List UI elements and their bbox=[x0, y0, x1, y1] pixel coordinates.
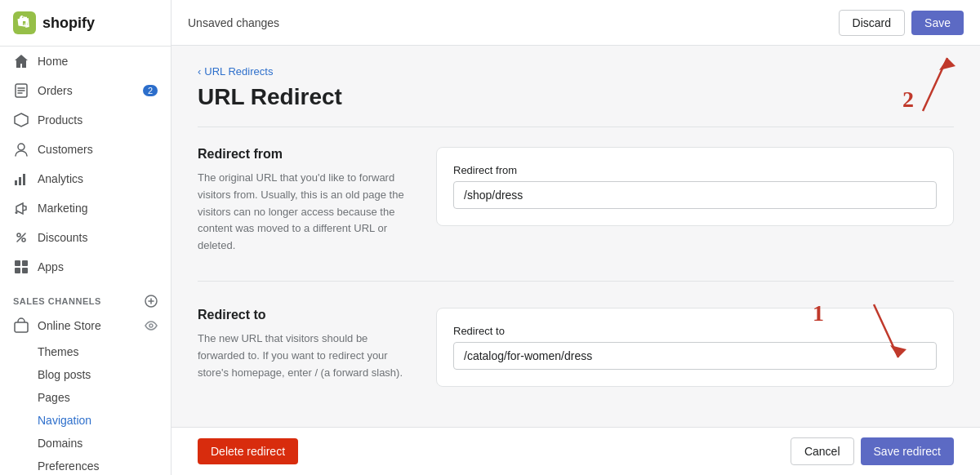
svg-rect-11 bbox=[22, 260, 28, 266]
redirect-to-heading: Redirect to bbox=[198, 308, 410, 322]
nav-label-customers: Customers bbox=[38, 143, 93, 156]
redirect-to-section: Redirect to The new URL that visitors sh… bbox=[198, 308, 954, 413]
svg-rect-3 bbox=[15, 180, 17, 185]
bottom-right-actions: Cancel Save redirect bbox=[791, 437, 954, 465]
svg-rect-0 bbox=[13, 11, 36, 34]
topbar-actions: Discard Save bbox=[839, 10, 964, 36]
svg-rect-13 bbox=[22, 268, 28, 273]
sidebar-subitem-blog-posts[interactable]: Blog posts bbox=[0, 363, 171, 386]
orders-badge: 2 bbox=[143, 85, 158, 96]
sidebar-item-customers[interactable]: Customers bbox=[0, 135, 171, 164]
sidebar-item-home[interactable]: Home bbox=[0, 47, 171, 76]
shopify-logo-icon bbox=[13, 11, 36, 34]
topbar: Unsaved changes Discard Save bbox=[172, 0, 980, 46]
nav-label-products: Products bbox=[38, 113, 82, 127]
analytics-icon bbox=[13, 171, 29, 187]
svg-point-16 bbox=[149, 324, 153, 327]
redirect-to-field-label: Redirect to bbox=[453, 325, 937, 337]
sidebar-item-analytics[interactable]: Analytics bbox=[0, 164, 171, 193]
orders-icon bbox=[13, 82, 29, 99]
redirect-from-section: Redirect from The original URL that you'… bbox=[198, 147, 954, 282]
redirect-to-input[interactable] bbox=[453, 342, 937, 370]
redirect-from-field-label: Redirect from bbox=[453, 164, 937, 176]
svg-point-7 bbox=[16, 211, 18, 214]
home-icon bbox=[13, 53, 29, 69]
redirect-to-description-text: The new URL that visitors should be forw… bbox=[198, 331, 410, 381]
sidebar-item-discounts[interactable]: Discounts bbox=[0, 223, 171, 252]
breadcrumb-chevron: ‹ bbox=[198, 65, 201, 78]
products-icon bbox=[13, 112, 29, 128]
svg-rect-5 bbox=[23, 174, 25, 185]
svg-point-8 bbox=[17, 233, 20, 237]
nav-label-discounts: Discounts bbox=[38, 231, 87, 244]
redirect-from-heading: Redirect from bbox=[198, 147, 410, 162]
unsaved-changes-label: Unsaved changes bbox=[188, 16, 279, 29]
page-title: URL Redirect bbox=[198, 84, 954, 110]
marketing-icon bbox=[13, 200, 29, 216]
sidebar-subitem-navigation[interactable]: Navigation bbox=[0, 409, 171, 432]
svg-point-2 bbox=[18, 144, 24, 150]
discounts-icon bbox=[13, 229, 29, 246]
shopify-wordmark: shopify bbox=[42, 15, 95, 32]
sidebar-logo: shopify bbox=[0, 0, 171, 47]
svg-rect-15 bbox=[15, 322, 28, 332]
cancel-button[interactable]: Cancel bbox=[791, 437, 854, 465]
title-divider bbox=[198, 127, 954, 127]
redirect-from-input[interactable] bbox=[453, 181, 937, 209]
breadcrumb[interactable]: ‹ URL Redirects bbox=[198, 65, 954, 78]
sidebar-item-online-store[interactable]: Online Store bbox=[0, 311, 171, 340]
add-channel-icon[interactable] bbox=[145, 295, 158, 308]
redirect-from-description: Redirect from The original URL that you'… bbox=[198, 147, 410, 255]
main-area: Unsaved changes Discard Save ‹ URL Redir… bbox=[172, 0, 980, 475]
sidebar-subitem-themes[interactable]: Themes bbox=[0, 340, 171, 363]
nav-label-orders: Orders bbox=[38, 84, 73, 97]
sidebar-item-orders[interactable]: Orders 2 bbox=[0, 76, 171, 105]
visibility-icon[interactable] bbox=[145, 319, 158, 332]
svg-rect-12 bbox=[15, 268, 20, 273]
redirect-from-card-inner: Redirect from bbox=[436, 147, 954, 226]
redirect-from-card: Redirect from bbox=[436, 147, 954, 255]
sidebar-item-products[interactable]: Products bbox=[0, 105, 171, 135]
save-redirect-button[interactable]: Save redirect bbox=[861, 437, 954, 465]
save-button[interactable]: Save bbox=[911, 11, 964, 35]
online-store-icon bbox=[13, 317, 29, 334]
svg-rect-10 bbox=[15, 260, 20, 266]
nav-label-analytics: Analytics bbox=[38, 172, 83, 185]
sidebar-item-apps[interactable]: Apps bbox=[0, 252, 171, 282]
bottom-bar: Delete redirect Cancel Save redirect bbox=[172, 427, 980, 475]
redirect-from-description-text: The original URL that you'd like to forw… bbox=[198, 170, 410, 255]
svg-point-9 bbox=[22, 238, 25, 242]
sidebar: shopify Home Orders 2 Products Customers… bbox=[0, 0, 172, 475]
svg-rect-6 bbox=[27, 178, 28, 179]
nav-label-online-store: Online Store bbox=[38, 319, 101, 332]
sidebar-item-marketing[interactable]: Marketing bbox=[0, 193, 171, 223]
sales-channels-header: SALES CHANNELS bbox=[0, 282, 171, 311]
content-area: ‹ URL Redirects URL Redirect Redirect fr… bbox=[172, 46, 980, 427]
redirect-to-description: Redirect to The new URL that visitors sh… bbox=[198, 308, 410, 387]
sidebar-subitem-pages[interactable]: Pages bbox=[0, 386, 171, 409]
discard-button[interactable]: Discard bbox=[839, 10, 905, 36]
breadcrumb-label[interactable]: URL Redirects bbox=[204, 65, 273, 78]
sidebar-subitem-preferences[interactable]: Preferences bbox=[0, 455, 171, 475]
customers-icon bbox=[13, 141, 29, 158]
nav-label-marketing: Marketing bbox=[38, 202, 87, 215]
nav-label-apps: Apps bbox=[38, 260, 64, 273]
svg-rect-4 bbox=[19, 177, 21, 185]
sidebar-subitem-domains[interactable]: Domains bbox=[0, 432, 171, 455]
redirect-to-card: Redirect to bbox=[436, 308, 954, 387]
nav-label-home: Home bbox=[38, 55, 68, 68]
redirect-to-card-inner: Redirect to bbox=[436, 308, 954, 387]
apps-icon bbox=[13, 259, 29, 275]
delete-redirect-button[interactable]: Delete redirect bbox=[198, 438, 298, 464]
